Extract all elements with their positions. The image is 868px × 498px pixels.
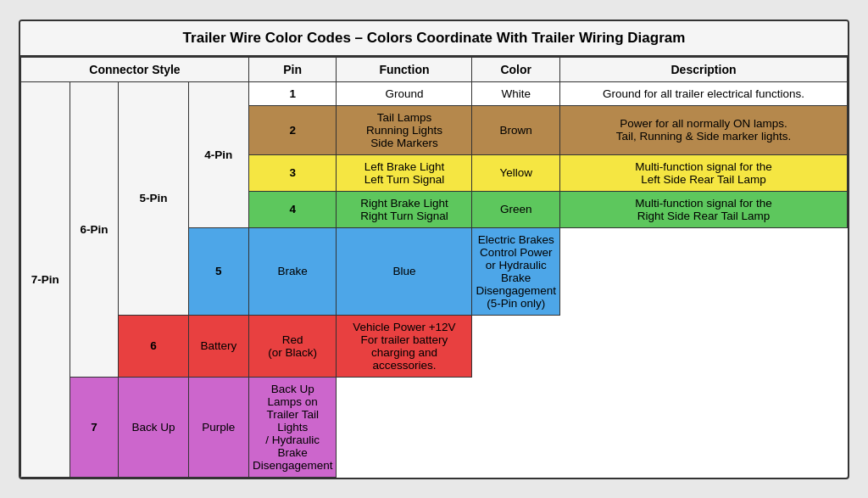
- function-cell: Left Brake Light Left Turn Signal: [337, 154, 472, 191]
- color-cell: White: [472, 81, 560, 105]
- header-color: Color: [472, 57, 560, 81]
- function-cell: Battery: [188, 315, 248, 377]
- color-cell: Brown: [472, 105, 560, 154]
- function-cell: Right Brake Light Right Turn Signal: [337, 191, 472, 227]
- table-row: 7-Pin6-Pin5-Pin4-Pin1GroundWhiteGround f…: [21, 81, 848, 105]
- function-cell: Brake: [248, 227, 337, 315]
- pin-number: 2: [248, 105, 337, 154]
- wire-color-table: Connector Style Pin Function Color Descr…: [20, 57, 848, 478]
- connector-5pin: 5-Pin: [119, 81, 188, 315]
- description-cell: Back Up Lamps on Trailer Tail Lights / H…: [248, 377, 337, 477]
- header-pin: Pin: [248, 57, 337, 81]
- color-cell: Green: [472, 191, 560, 227]
- function-cell: Ground: [337, 81, 472, 105]
- pin-number: 3: [248, 154, 337, 191]
- color-cell: Yellow: [472, 154, 560, 191]
- pin-number: 5: [188, 227, 248, 315]
- header-connector-style: Connector Style: [21, 57, 249, 81]
- color-cell: Purple: [188, 377, 248, 477]
- pin-number: 1: [248, 81, 337, 105]
- header-function: Function: [337, 57, 472, 81]
- pin-number: 4: [248, 191, 337, 227]
- description-cell: Multi-function signal for the Left Side …: [560, 154, 848, 191]
- pin-number: 6: [119, 315, 188, 377]
- function-cell: Back Up: [119, 377, 188, 477]
- table-row: 6BatteryRed (or Black)Vehicle Power +12V…: [21, 315, 848, 377]
- function-cell: Tail Lamps Running Lights Side Markers: [337, 105, 472, 154]
- header-description: Description: [560, 57, 848, 81]
- description-cell: Ground for all trailer electrical functi…: [560, 81, 848, 105]
- description-cell: Vehicle Power +12V For trailer battery c…: [337, 315, 472, 377]
- description-cell: Multi-function signal for the Right Side…: [560, 191, 848, 227]
- main-title: Trailer Wire Color Codes – Colors Coordi…: [20, 21, 848, 57]
- connector-7pin: 7-Pin: [21, 81, 70, 477]
- connector-4pin: 4-Pin: [188, 81, 248, 227]
- description-cell: Power for all normally ON lamps. Tail, R…: [560, 105, 848, 154]
- connector-6pin: 6-Pin: [70, 81, 119, 377]
- table-row: 7Back UpPurpleBack Up Lamps on Trailer T…: [21, 377, 848, 477]
- description-cell: Electric Brakes Control Power or Hydraul…: [472, 227, 560, 315]
- table-wrapper: Trailer Wire Color Codes – Colors Coordi…: [19, 20, 849, 479]
- pin-number: 7: [70, 377, 119, 477]
- color-cell: Red (or Black): [248, 315, 337, 377]
- color-cell: Blue: [337, 227, 472, 315]
